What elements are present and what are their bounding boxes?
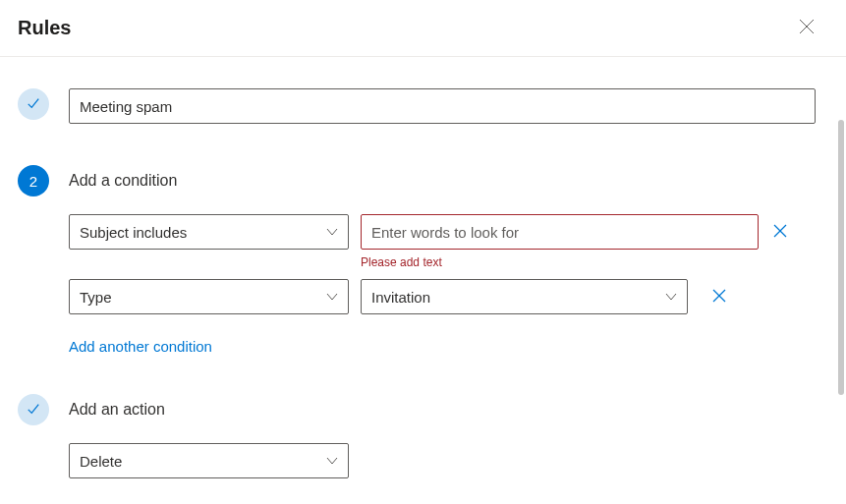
remove-condition-1-button[interactable]: [770, 222, 790, 242]
chevron-down-icon: [326, 289, 338, 306]
add-condition-heading: Add a condition: [69, 165, 828, 196]
remove-condition-2-button[interactable]: [709, 287, 729, 307]
condition-2-type-select[interactable]: Type: [69, 279, 349, 314]
close-icon: [711, 288, 727, 307]
chevron-down-icon: [326, 453, 338, 470]
scrollbar[interactable]: [838, 120, 844, 395]
condition-1-type-select[interactable]: Subject includes: [69, 214, 349, 250]
condition-1-value-input[interactable]: [361, 214, 759, 250]
dropdown-label: Invitation: [371, 289, 430, 306]
check-icon: [27, 96, 40, 113]
add-another-condition-link[interactable]: Add another condition: [69, 338, 212, 355]
add-action-heading: Add an action: [69, 394, 828, 425]
step-1-badge: [18, 88, 49, 120]
close-icon: [772, 223, 788, 242]
dropdown-label: Type: [80, 289, 112, 306]
step-3-badge: [18, 394, 49, 425]
chevron-down-icon: [326, 224, 338, 241]
condition-2-value-select[interactable]: Invitation: [361, 279, 688, 314]
chevron-down-icon: [665, 289, 677, 306]
step-2-badge: 2: [18, 165, 49, 196]
action-select[interactable]: Delete: [69, 443, 349, 478]
dropdown-label: Subject includes: [80, 224, 187, 241]
close-button[interactable]: [791, 13, 822, 44]
step-2-number: 2: [29, 173, 37, 190]
close-icon: [799, 19, 815, 37]
check-icon: [27, 402, 40, 419]
dropdown-label: Delete: [80, 453, 122, 470]
page-title: Rules: [18, 17, 71, 39]
rule-name-input[interactable]: [69, 88, 816, 124]
condition-1-error: Please add text: [361, 255, 828, 269]
